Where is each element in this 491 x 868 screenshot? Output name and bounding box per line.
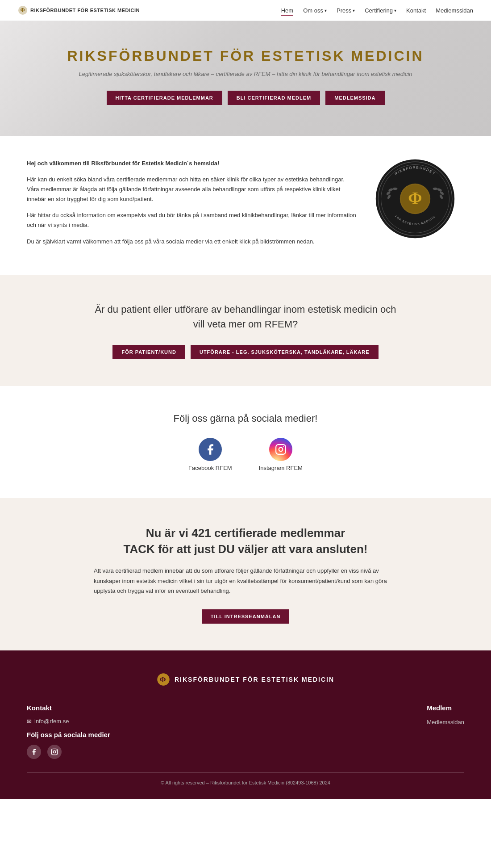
footer-logo-text: RIKSFÖRBUNDET FÖR ESTETISK MEDICIN <box>175 676 334 683</box>
members-heading: Nu är vi 421 certifierade medlemmar TACK… <box>27 525 464 558</box>
btn-become-member[interactable]: BLI CERTIFIERAD MEDLEM <box>228 91 320 105</box>
nav-item-omoss[interactable]: Om oss <box>303 7 327 14</box>
btn-performer[interactable]: UTFÖRARE - leg. sjuksköterska, tandläkar… <box>191 345 379 359</box>
intro-title: Hej och välkommen till Riksförbundet för… <box>27 159 357 168</box>
facebook-link[interactable]: Facebook RFEM <box>188 438 232 471</box>
svg-text:Φ: Φ <box>21 7 25 13</box>
nav-item-medlemssidan[interactable]: Medlemssidan <box>436 6 473 14</box>
footer-copyright: © All rights reserved – Riksförbundet fö… <box>161 780 330 785</box>
members-body: Att vara certifierad medlem innebär att … <box>94 566 397 595</box>
btn-interest-form[interactable]: TILL INTRESSEANMÄLAN <box>202 609 290 624</box>
nav-item-kontakt[interactable]: Kontakt <box>406 6 426 14</box>
instagram-link[interactable]: Instagram RFEM <box>259 438 303 471</box>
nav-logo-text: RIKSFÖRBUNDET FÖR ESTETISK MEDICIN <box>30 8 140 13</box>
intro-text: Hej och välkommen till Riksförbundet för… <box>27 159 357 253</box>
members-btn-wrap: TILL INTRESSEANMÄLAN <box>27 609 464 624</box>
footer-bottom: © All rights reserved – Riksförbundet fö… <box>27 772 464 785</box>
intro-para3: Du är självklart varmt välkommen att föl… <box>27 237 357 247</box>
intro-para1: Här kan du enkelt söka bland våra certif… <box>27 175 357 204</box>
footer-facebook-icon[interactable] <box>27 745 41 759</box>
footer-kontakt-heading: Kontakt <box>27 704 110 712</box>
hero-section: RIKSFÖRBUNDET FÖR ESTETISK MEDICIN Legit… <box>0 21 491 136</box>
intro-section: Hej och välkommen till Riksförbundet för… <box>0 136 491 275</box>
svg-rect-18 <box>276 444 286 454</box>
svg-point-23 <box>53 751 55 753</box>
footer: Φ RIKSFÖRBUNDET FÖR ESTETISK MEDICIN Kon… <box>0 650 491 799</box>
facebook-icon <box>199 438 222 461</box>
svg-point-10 <box>393 188 398 190</box>
email-icon: ✉ <box>27 718 32 725</box>
intro-logo: RIKSFÖRBUNDET FÖR ESTETISK MEDICIN <box>375 159 464 241</box>
footer-col-member: Medlem Medlemssidan <box>427 704 464 759</box>
nav-item-hem[interactable]: Hem <box>281 6 293 14</box>
footer-logo: Φ RIKSFÖRBUNDET FÖR ESTETISK MEDICIN <box>27 673 464 686</box>
nav-links: Hem Om oss Press Certifiering Kontakt Me… <box>281 6 473 14</box>
hero-title: RIKSFÖRBUNDET FÖR ESTETISK MEDICIN <box>18 48 473 64</box>
svg-point-24 <box>56 750 56 751</box>
footer-logo-icon: Φ <box>157 673 170 686</box>
footer-columns: Kontakt ✉ info@rfem.se Följ oss på socia… <box>27 704 464 759</box>
patient-section: Är du patient eller utförare av behandli… <box>0 275 491 386</box>
intro-para2: Här hittar du också information om exemp… <box>27 210 357 230</box>
social-section: Följ oss gärna på sociala medier! Facebo… <box>0 386 491 498</box>
hero-subtitle: Legitimerade sjuksköterskor, tandläkare … <box>18 71 473 77</box>
footer-col-contact: Kontakt ✉ info@rfem.se Följ oss på socia… <box>27 704 110 759</box>
footer-email[interactable]: info@rfem.se <box>34 718 69 725</box>
footer-social-icons <box>27 745 110 759</box>
footer-social-heading: Följ oss på sociala medier <box>27 731 110 738</box>
rfem-badge-svg: RIKSFÖRBUNDET FÖR ESTETISK MEDICIN <box>375 159 455 239</box>
btn-find-members[interactable]: HITTA CERTIFIERADE MEDLEMMAR <box>107 91 222 105</box>
members-section: Nu är vi 421 certifierade medlemmar TACK… <box>0 498 491 650</box>
btn-patient[interactable]: FÖR PATIENT/KUND <box>112 345 185 359</box>
svg-text:Φ: Φ <box>160 676 167 684</box>
svg-point-14 <box>433 188 438 190</box>
hero-buttons: HITTA CERTIFIERADE MEDLEMMAR BLI CERTIFI… <box>18 91 473 105</box>
patient-heading: Är du patient eller utförare av behandli… <box>89 302 402 331</box>
facebook-label: Facebook RFEM <box>188 465 232 471</box>
navbar: Φ RIKSFÖRBUNDET FÖR ESTETISK MEDICIN Hem… <box>0 0 491 21</box>
btn-membership-page[interactable]: MEDLEMSSIDA <box>325 91 384 105</box>
instagram-label: Instagram RFEM <box>259 465 303 471</box>
footer-email-row: ✉ info@rfem.se <box>27 718 110 725</box>
footer-member-heading: Medlem <box>427 704 464 712</box>
patient-buttons: FÖR PATIENT/KUND UTFÖRARE - leg. sjukskö… <box>18 345 473 359</box>
social-icons: Facebook RFEM Instagram RFEM <box>18 438 473 471</box>
nav-item-certifiering[interactable]: Certifiering <box>365 7 396 14</box>
svg-rect-22 <box>51 749 57 755</box>
svg-text:Φ: Φ <box>408 189 422 207</box>
footer-member-link[interactable]: Medlemssidan <box>427 719 464 725</box>
logo-icon: Φ <box>18 5 28 15</box>
instagram-icon <box>269 438 292 461</box>
social-heading: Följ oss gärna på sociala medier! <box>18 413 473 424</box>
footer-instagram-icon[interactable] <box>47 745 62 759</box>
nav-logo[interactable]: Φ RIKSFÖRBUNDET FÖR ESTETISK MEDICIN <box>18 5 140 15</box>
nav-item-press[interactable]: Press <box>337 7 355 14</box>
